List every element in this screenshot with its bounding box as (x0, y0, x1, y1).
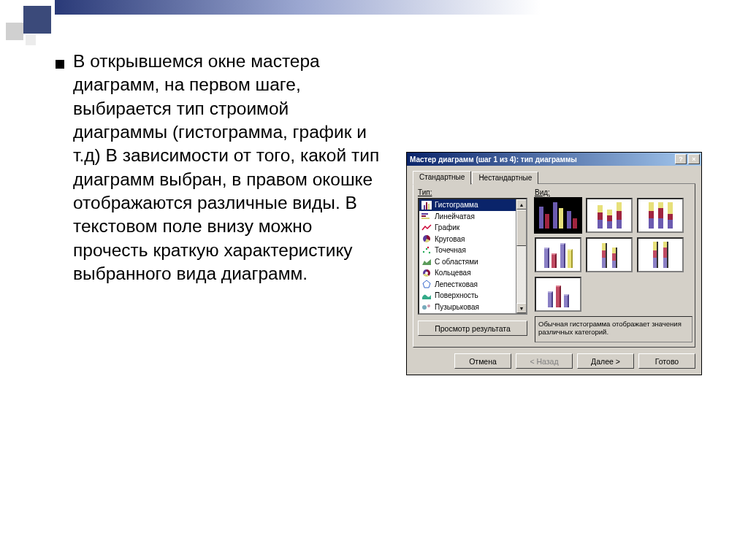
list-item[interactable]: Круговая (419, 234, 526, 245)
list-item[interactable]: Гистограмма (419, 199, 526, 211)
slide-corner-decoration (6, 6, 137, 50)
surface-icon (421, 291, 432, 300)
doughnut-icon (421, 269, 432, 277)
scroll-down-button[interactable]: ▼ (516, 303, 527, 313)
tab-strip: Стандартные Нестандартные (413, 170, 695, 184)
tab-standard[interactable]: Стандартные (413, 171, 471, 185)
svg-marker-4 (422, 259, 431, 265)
subtype-100pct-stacked-column[interactable] (637, 198, 684, 233)
tab-nonstandard[interactable]: Нестандартные (472, 172, 538, 184)
tab-panel-standard: Тип: Гистограмма Линейчатая График (413, 184, 695, 348)
svg-point-0 (423, 251, 424, 253)
slide-bullet-text: В открывшемся окне мастера диаграмм, на … (73, 50, 387, 285)
dialog-titlebar[interactable]: Мастер диаграмм (шаг 1 из 4): тип диагра… (407, 153, 701, 166)
svg-marker-5 (423, 280, 430, 288)
chart-type-listbox[interactable]: Гистограмма Линейчатая График Круго (418, 198, 527, 315)
bubble-icon (421, 302, 432, 311)
subtype-stacked-column[interactable] (586, 198, 633, 233)
next-button[interactable]: Далее > (577, 353, 634, 369)
preview-result-button[interactable]: Просмотр результата (418, 321, 527, 336)
slide-top-gradient (55, 0, 748, 15)
line-icon (421, 223, 432, 232)
list-item[interactable]: Кольцевая (419, 267, 526, 279)
scatter-icon (421, 246, 432, 255)
list-item[interactable]: Точечная (419, 245, 526, 256)
list-item[interactable]: Лепестковая (419, 279, 526, 291)
finish-button[interactable]: Готово (638, 353, 695, 369)
svg-point-1 (426, 248, 427, 250)
close-button[interactable]: × (688, 154, 700, 164)
subtype-3d-column[interactable] (535, 277, 581, 312)
svg-point-2 (429, 252, 430, 253)
svg-point-7 (427, 304, 430, 307)
label-type: Тип: (418, 188, 527, 196)
dialog-title: Мастер диаграмм (шаг 1 из 4): тип диагра… (410, 156, 577, 164)
subtype-3d-100pct-stacked-column[interactable] (637, 237, 684, 272)
chart-subtype-grid (535, 198, 692, 312)
svg-point-3 (427, 247, 429, 248)
help-button[interactable]: ? (675, 154, 687, 164)
back-button: < Назад (516, 353, 573, 369)
chart-wizard-dialog: Мастер диаграмм (шаг 1 из 4): тип диагра… (406, 152, 702, 375)
subtype-clustered-column[interactable] (535, 198, 581, 233)
svg-point-6 (422, 305, 427, 310)
scroll-up-button[interactable]: ▲ (516, 199, 527, 210)
list-item[interactable]: Поверхность (419, 290, 526, 302)
cancel-button[interactable]: Отмена (454, 353, 511, 369)
listbox-scrollbar[interactable]: ▲ ▼ (516, 199, 526, 313)
list-item[interactable]: С областями (419, 256, 526, 268)
list-item[interactable]: Линейчатая (419, 211, 526, 223)
histogram-icon (421, 201, 432, 210)
list-item[interactable]: График (419, 222, 526, 234)
subtype-description: Обычная гистограмма отображает значения … (535, 316, 692, 342)
label-view: Вид: (535, 188, 692, 196)
bar-icon (421, 212, 432, 220)
area-icon (421, 257, 432, 266)
list-item[interactable]: Пузырьковая (419, 302, 526, 313)
slide-bullet: В открывшемся окне мастера диаграмм, на … (73, 50, 387, 285)
radar-icon (421, 280, 432, 288)
pie-icon (421, 234, 432, 243)
subtype-3d-clustered-column[interactable] (535, 237, 581, 272)
scroll-thumb[interactable] (516, 210, 527, 246)
subtype-3d-stacked-column[interactable] (586, 237, 633, 272)
